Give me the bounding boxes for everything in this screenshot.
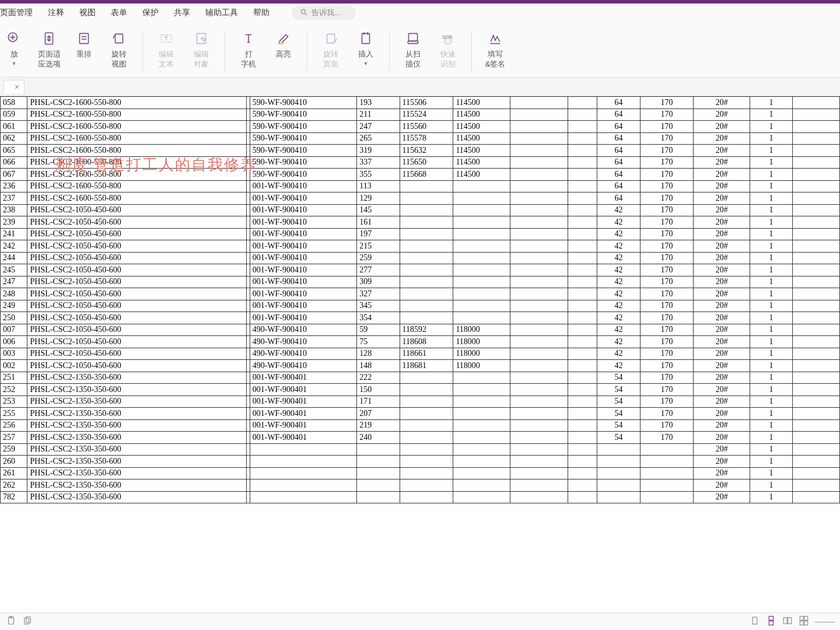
cell-c13 bbox=[792, 443, 839, 456]
cell-c5 bbox=[400, 276, 453, 288]
edit-text-icon bbox=[158, 30, 174, 47]
cell-c0: 006 bbox=[1, 336, 27, 348]
cell-c9: 54 bbox=[597, 408, 640, 420]
cell-c10: 170 bbox=[640, 324, 694, 336]
cell-c0: 252 bbox=[1, 384, 27, 396]
cell-c0: 259 bbox=[1, 443, 27, 456]
cell-c1: PHSL-CSC2-1050-450-600 bbox=[27, 324, 246, 336]
cell-c7 bbox=[510, 192, 568, 205]
menu-form[interactable]: 表单 bbox=[111, 8, 127, 18]
svg-rect-28 bbox=[783, 618, 787, 624]
cell-c11: 20# bbox=[693, 336, 750, 348]
cell-c10: 170 bbox=[640, 408, 694, 420]
document-content[interactable]: 剃度 管道打工人的自我修养 058PHSL-CSC2-1600-550-8005… bbox=[0, 96, 840, 540]
cell-c9: 42 bbox=[597, 204, 640, 216]
cell-c6: 114500 bbox=[453, 156, 510, 169]
cell-c13 bbox=[792, 132, 839, 145]
view-facing-continuous-icon[interactable] bbox=[799, 615, 809, 628]
cell-c9 bbox=[597, 443, 640, 456]
from-scanner-button[interactable]: 从扫 描仪 bbox=[401, 30, 425, 69]
cell-c9: 54 bbox=[597, 396, 640, 408]
cell-c8 bbox=[568, 372, 597, 384]
svg-rect-31 bbox=[804, 617, 808, 621]
cell-c3: 001-WF-900410 bbox=[250, 228, 357, 240]
cell-c5 bbox=[400, 204, 453, 216]
cell-c11: 20# bbox=[693, 408, 750, 420]
rotate-view-icon bbox=[111, 30, 127, 47]
cell-c3: 001-WF-900410 bbox=[250, 288, 357, 300]
cell-c0: 067 bbox=[1, 169, 27, 181]
cell-c13 bbox=[792, 240, 839, 253]
view-continuous-icon[interactable] bbox=[766, 615, 776, 628]
menu-page-mgmt[interactable]: 页面管理 bbox=[0, 8, 33, 18]
edit-text-button[interactable]: 编辑 文本 bbox=[155, 30, 178, 69]
clipboard-icon[interactable] bbox=[6, 615, 16, 628]
cell-c11: 20# bbox=[693, 276, 750, 288]
menu-accessibility[interactable]: 辅助工具 bbox=[205, 8, 238, 18]
cell-c6 bbox=[453, 443, 510, 456]
cell-c7 bbox=[510, 324, 568, 336]
view-single-icon[interactable] bbox=[750, 615, 760, 628]
cell-c11: 20# bbox=[693, 288, 750, 300]
zoom-button[interactable]: 放 ▼ bbox=[2, 30, 26, 68]
rotate-view-button[interactable]: 旋转 视图 bbox=[107, 30, 131, 69]
cell-c11: 20# bbox=[693, 97, 750, 109]
close-tab-button[interactable]: × bbox=[15, 82, 19, 92]
cell-c12: 1 bbox=[750, 324, 792, 336]
cell-c6 bbox=[453, 384, 510, 396]
typewriter-button[interactable]: 打 字机 bbox=[237, 30, 260, 69]
cell-c8 bbox=[568, 276, 597, 288]
cell-c12: 1 bbox=[750, 300, 792, 312]
cell-c12: 1 bbox=[750, 396, 792, 408]
ribbon-label: 旋转 页面 bbox=[323, 50, 338, 69]
document-tab-bar: × bbox=[0, 78, 840, 96]
fill-sign-button[interactable]: 填写 &签名 bbox=[484, 30, 507, 69]
cell-c11: 20# bbox=[693, 145, 750, 157]
cell-c6: 114500 bbox=[453, 132, 510, 145]
fit-page-button[interactable]: 页面适 应选项 bbox=[37, 30, 61, 69]
cell-c4: 215 bbox=[357, 240, 400, 253]
cell-c4: 327 bbox=[357, 288, 400, 300]
clipboard-multi-icon[interactable] bbox=[22, 615, 33, 628]
cell-c6 bbox=[453, 204, 510, 216]
cell-c10 bbox=[640, 443, 694, 456]
cell-c7 bbox=[510, 372, 568, 384]
cell-c6 bbox=[453, 480, 510, 492]
zoom-icon bbox=[6, 30, 22, 47]
cell-c12: 1 bbox=[750, 288, 792, 300]
table-row: 236PHSL-CSC2-1600-550-800001-WF-90041011… bbox=[1, 180, 840, 192]
zoom-slider[interactable]: ——— bbox=[815, 617, 834, 626]
tell-me-search[interactable]: 告诉我... bbox=[292, 6, 356, 20]
cell-c8 bbox=[568, 360, 597, 372]
highlight-button[interactable]: 高亮 bbox=[272, 30, 295, 60]
cell-c11: 20# bbox=[693, 312, 750, 324]
cell-c5 bbox=[400, 408, 453, 420]
cell-c12: 1 bbox=[750, 156, 792, 169]
menu-help[interactable]: 帮助 bbox=[253, 8, 270, 18]
ocr-button[interactable]: OCR 快速 识别 bbox=[436, 30, 460, 69]
cell-c0: 245 bbox=[1, 264, 27, 276]
cell-c5: 118661 bbox=[400, 348, 453, 360]
cell-c4: 150 bbox=[357, 384, 400, 396]
cell-c9: 42 bbox=[597, 336, 640, 348]
menu-comment[interactable]: 注释 bbox=[48, 8, 64, 18]
insert-button[interactable]: 插入 ▼ bbox=[354, 30, 377, 68]
menu-protect[interactable]: 保护 bbox=[142, 8, 159, 18]
table-row: 248PHSL-CSC2-1050-450-600001-WF-90041032… bbox=[1, 288, 840, 300]
cell-c1: PHSL-CSC2-1350-350-600 bbox=[27, 408, 246, 420]
cell-c3: 590-WF-900410 bbox=[250, 108, 357, 121]
cell-c11: 20# bbox=[693, 204, 750, 216]
edit-object-button[interactable]: 编辑 对象 bbox=[190, 30, 213, 69]
menu-view[interactable]: 视图 bbox=[79, 8, 96, 18]
cell-c10: 170 bbox=[640, 156, 694, 169]
cell-c7 bbox=[510, 108, 568, 121]
fit-page-icon bbox=[41, 30, 57, 47]
rotate-page-button[interactable]: 旋转 页面 bbox=[319, 30, 342, 69]
menu-share[interactable]: 共享 bbox=[174, 8, 190, 18]
cell-c9: 42 bbox=[597, 360, 640, 372]
view-facing-icon[interactable] bbox=[782, 615, 793, 628]
cell-c10 bbox=[640, 456, 694, 468]
cell-c0: 244 bbox=[1, 252, 27, 264]
reflow-button[interactable]: 重排 bbox=[72, 30, 96, 60]
document-tab[interactable]: × bbox=[4, 80, 24, 93]
